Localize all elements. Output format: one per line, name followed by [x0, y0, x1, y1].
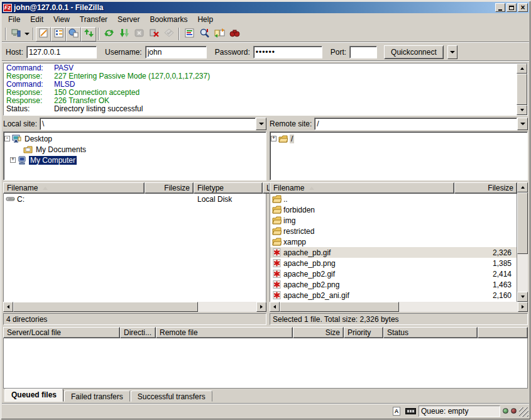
menu-item[interactable]: Transfer	[75, 14, 112, 25]
remote-file-row[interactable]: apache_pb2.gif 2,414	[270, 268, 517, 279]
scroll-down-icon	[521, 296, 525, 298]
local-file-row[interactable]: C: Local Disk	[4, 194, 266, 204]
scroll-left-button[interactable]	[3, 302, 13, 312]
queue-column-header[interactable]: Server/Local file	[3, 327, 120, 338]
queue-tabs: Queued filesFailed transfersSuccessful t…	[3, 389, 528, 402]
port-input[interactable]	[349, 46, 377, 58]
directory-listing-filters-button[interactable]	[182, 27, 197, 41]
disconnect-button[interactable]	[146, 27, 161, 41]
scroll-down-button[interactable]	[517, 292, 528, 302]
minimize-button[interactable]	[495, 3, 505, 12]
remote-site-dropdown-button[interactable]	[517, 118, 528, 130]
scroll-thumb[interactable]	[517, 192, 528, 254]
queue-column-header[interactable]: Priority	[344, 327, 383, 338]
scroll-thumb[interactable]	[280, 302, 399, 312]
scroll-right-button[interactable]	[256, 302, 266, 312]
queue-tab[interactable]: Queued files	[4, 389, 63, 402]
remote-file-name: ..	[283, 195, 288, 204]
local-column-filesize[interactable]: Filesize	[145, 182, 194, 194]
local-site-value[interactable]: \	[40, 118, 256, 130]
remote-file-row[interactable]: apache_pb.gif 2,326	[270, 247, 517, 258]
menu-item[interactable]: File	[3, 14, 25, 25]
local-site-dropdown-button[interactable]	[256, 118, 266, 130]
queue-column-header[interactable]: Remote file	[156, 327, 293, 338]
scroll-track[interactable]	[13, 302, 256, 312]
queue-tab[interactable]: Successful transfers	[131, 390, 212, 402]
menu-item[interactable]: View	[48, 14, 75, 25]
file-search-button[interactable]	[197, 27, 212, 41]
username-input[interactable]	[145, 46, 207, 58]
remote-file-row[interactable]: apache_pb2.png 1,463	[270, 279, 517, 290]
toggle-transfer-queue-button[interactable]	[81, 27, 96, 41]
log-line-text: 227 Entering Passive Mode (127,0,0,1,17,…	[54, 72, 210, 80]
scroll-up-button[interactable]	[517, 64, 527, 74]
menu-item[interactable]: Help	[192, 14, 218, 25]
toggle-message-log-button[interactable]	[36, 27, 51, 41]
site-manager-button[interactable]	[8, 27, 23, 41]
refresh-icon	[104, 28, 114, 40]
resize-grip[interactable]	[519, 407, 528, 417]
expand-expander[interactable]: +	[10, 157, 16, 163]
remote-site-value[interactable]: /	[314, 118, 517, 130]
remote-status-bar: Selected 1 file. Total size: 2,326 bytes	[270, 313, 528, 325]
toggle-remote-tree-button[interactable]	[66, 27, 81, 41]
scroll-up-button[interactable]	[517, 182, 528, 192]
scroll-track[interactable]	[517, 74, 527, 105]
remote-file-row[interactable]: xampp	[270, 236, 517, 247]
queue-tab[interactable]: Failed transfers	[64, 390, 130, 402]
remote-site-combobox[interactable]: /	[314, 118, 528, 130]
tree-item-desktop[interactable]: - Desktop	[4, 133, 265, 144]
directory-comparison-button[interactable]	[212, 27, 227, 41]
menu-item[interactable]: Bookmarks	[145, 14, 192, 25]
remote-file-row[interactable]: img	[270, 215, 517, 226]
quickconnect-button[interactable]: Quickconnect	[384, 45, 444, 59]
scroll-right-icon	[522, 305, 524, 309]
close-button[interactable]: ×	[518, 3, 528, 12]
remote-file-row[interactable]: apache_pb.png 1,385	[270, 258, 517, 268]
site-manager-dropdown-button[interactable]	[23, 27, 31, 41]
remote-column-filename[interactable]: Filename	[270, 182, 454, 194]
maximize-button[interactable]	[506, 3, 517, 12]
tree-item-my-documents[interactable]: My Documents	[4, 144, 265, 155]
tree-item-root[interactable]: + /	[271, 133, 527, 144]
local-column-filename[interactable]: Filename	[3, 182, 145, 194]
queue-column-header[interactable]: Directi...	[120, 327, 156, 338]
queue-column-header[interactable]: Size	[293, 327, 344, 338]
scroll-down-button[interactable]	[517, 105, 527, 115]
tree-item-my-computer[interactable]: + My Computer	[4, 155, 265, 165]
queue-column-header[interactable]: Status	[383, 327, 478, 338]
collapse-expander[interactable]: -	[4, 136, 10, 141]
scroll-track[interactable]	[280, 302, 518, 312]
scroll-thumb[interactable]	[13, 302, 198, 312]
queue-column-header[interactable]	[478, 327, 528, 338]
remote-file-row[interactable]: restricted	[270, 226, 517, 236]
reconnect-button	[161, 27, 177, 41]
remote-horizontal-scrollbar[interactable]	[270, 302, 528, 312]
scroll-left-button[interactable]	[270, 302, 280, 312]
password-input[interactable]	[253, 46, 322, 58]
host-input[interactable]	[26, 46, 97, 58]
toggle-local-tree-button[interactable]	[51, 27, 66, 41]
menu-item[interactable]: Server	[112, 14, 145, 25]
scroll-thumb[interactable]	[517, 74, 527, 105]
process-queue-button[interactable]	[116, 27, 131, 41]
log-vertical-scrollbar[interactable]	[517, 64, 527, 115]
remote-file-row[interactable]: ..	[270, 194, 517, 204]
menu-item[interactable]: Edit	[25, 14, 48, 25]
local-horizontal-scrollbar[interactable]	[3, 302, 266, 312]
queue-body[interactable]	[3, 338, 528, 389]
local-site-combobox[interactable]: \	[40, 118, 266, 130]
scroll-track[interactable]	[517, 192, 528, 292]
expand-expander[interactable]: +	[271, 136, 276, 141]
scroll-right-button[interactable]	[518, 302, 528, 312]
remote-file-row[interactable]: forbidden	[270, 204, 517, 215]
remote-column-filesize[interactable]: Filesize	[454, 182, 517, 194]
synchronized-browsing-button[interactable]	[227, 27, 242, 41]
local-column-filetype[interactable]: Filetype	[194, 182, 263, 194]
title-bar[interactable]: Fz john@127.0.0.1 - FileZilla ×	[2, 2, 529, 13]
refresh-button[interactable]	[101, 27, 116, 41]
activity-led-red-icon	[511, 408, 517, 414]
remote-file-row[interactable]: apache_pb2_ani.gif 2,160	[270, 290, 517, 301]
quickconnect-dropdown-button[interactable]	[447, 45, 457, 59]
remote-vertical-scrollbar[interactable]	[517, 182, 528, 302]
